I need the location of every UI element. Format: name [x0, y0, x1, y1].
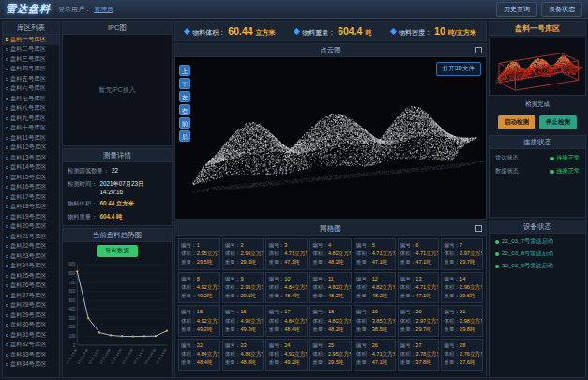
warehouse-list-item[interactable]: 盘料19号库区	[3, 212, 59, 222]
ipc-viewport: 暂无IPC接入	[63, 35, 172, 145]
warehouse-list-item[interactable]: 盘料一号库区	[3, 35, 59, 45]
grid-cell[interactable]: 编号：28体积：2.76立方米重量：27.6吨	[441, 339, 483, 371]
grid-cell-value: 4.82立方米	[328, 318, 352, 324]
grid-cell-line: 体积：4.71立方米	[356, 350, 393, 358]
warehouse-list-item[interactable]: 盘料14号库区	[3, 163, 59, 174]
grid-cell[interactable]: 编号：22体积：4.84立方米重量：48.4吨	[178, 339, 220, 371]
warehouse-list-item[interactable]: 盘料12号库区	[3, 144, 59, 154]
user-link[interactable]: 管理员	[94, 5, 113, 14]
grid-cell[interactable]: 编号：6体积：4.71立方米重量：47.1吨	[398, 238, 440, 270]
fullscreen-icon[interactable]	[475, 225, 482, 232]
device-status-button[interactable]: 设备状态	[541, 2, 582, 17]
grid-cell[interactable]: 编号：8体积：4.92立方米重量：49.2吨	[178, 272, 220, 304]
warehouse-list-item[interactable]: 盘料34号库区	[3, 360, 59, 371]
svg-text:300: 300	[68, 316, 75, 321]
warehouse-list-item[interactable]: 盘料六号库区	[3, 84, 59, 95]
export-data-button[interactable]: 导出数据	[97, 245, 138, 257]
grid-cell[interactable]: 编号：12体积：4.82立方米重量：48.2吨	[354, 272, 396, 304]
grid-cell[interactable]: 编号：9体积：2.95立方米重量：29.5吨	[222, 272, 264, 304]
warehouse-list-item[interactable]: 盘料三号库区	[3, 54, 59, 65]
fullscreen-icon[interactable]	[475, 47, 482, 53]
grid-cell-line: 体积：4.92立方米	[181, 283, 218, 292]
grid-cell[interactable]: 编号：20体积：2.97立方米重量：29.7吨	[398, 305, 440, 337]
grid-cell[interactable]: 编号：7体积：2.97立方米重量：29.7吨	[441, 238, 483, 270]
warehouse-list-item[interactable]: 盘料29号库区	[3, 311, 59, 321]
warehouse-list-item[interactable]: 盘料13号库区	[3, 153, 59, 163]
point-cloud-viewport[interactable]: 上下左右前后 打开3D文件	[175, 57, 486, 219]
warehouse-list-item[interactable]: 盘料31号库区	[3, 330, 59, 341]
warehouse-list-item[interactable]: 盘料33号库区	[3, 350, 59, 360]
grid-cell[interactable]: 编号：5体积：4.71立方米重量：47.1吨	[354, 238, 396, 270]
grid-cell[interactable]: 编号：4体积：4.82立方米重量：48.2吨	[309, 238, 352, 270]
warehouse-list-item[interactable]: 盘料23号库区	[3, 251, 59, 262]
grid-cell[interactable]: 编号：19体积：3.85立方米重量：38.5吨	[354, 305, 396, 337]
center-column: 物料体积：60.44立方米物料重量：604.4吨物料密度：10吨/立方米 点云图…	[174, 21, 487, 378]
warehouse-list-item[interactable]: 盘料32号库区	[3, 341, 59, 351]
ipc-empty-text: 暂无IPC接入	[98, 85, 136, 95]
grid-body[interactable]: 编号：1体积：2.95立方米重量：29.5吨编号：2体积：2.93立方米重量：2…	[175, 236, 486, 377]
grid-cell[interactable]: 编号：3体积：4.71立方米重量：47.1吨	[265, 238, 308, 270]
warehouse-list-item[interactable]: 盘料九号库区	[3, 114, 59, 124]
warehouse-list-item[interactable]: 盘料22号库区	[3, 242, 59, 252]
warehouse-list-item[interactable]: 盘料25号库区	[3, 271, 59, 281]
warehouse-list-item[interactable]: 盘料八号库区	[3, 104, 59, 114]
warehouse-list-item[interactable]: 盘料十号库区	[3, 124, 59, 134]
warehouse-list-item[interactable]: 盘料11号库区	[3, 133, 59, 144]
grid-cell[interactable]: 编号：11体积：4.82立方米重量：48.2吨	[309, 272, 352, 304]
grid-cell-line: 编号：4	[312, 241, 349, 250]
grid-cell-line: 编号：17	[268, 308, 305, 316]
open-3d-file-button[interactable]: 打开3D文件	[436, 62, 481, 76]
start-detect-button[interactable]: 启动检测	[498, 115, 535, 129]
grid-cell[interactable]: 编号：15体积：4.92立方米重量：49.2吨	[178, 305, 220, 337]
warehouse-list-item[interactable]: 盘料15号库区	[3, 173, 59, 183]
grid-cell-value: 29.5吨	[197, 259, 212, 265]
warehouse-list-item[interactable]: 盘料18号库区	[3, 203, 59, 213]
warehouse-list-item[interactable]: 盘料16号库区	[3, 183, 59, 193]
trend-title: 当前盘料趋势图	[63, 229, 172, 242]
grid-cell[interactable]: 编号：17体积：4.84立方米重量：48.4吨	[265, 305, 308, 337]
grid-cell-label: 体积：	[356, 351, 372, 357]
camera-view-button[interactable]: 上	[179, 65, 190, 76]
grid-cell[interactable]: 编号：10体积：4.84立方米重量：48.4吨	[265, 272, 308, 304]
connection-value: 连接正常	[550, 154, 580, 162]
grid-cell-value: 47.1吨	[372, 359, 387, 365]
ipc-title: IPC图	[63, 22, 172, 35]
warehouse-list-item[interactable]: 盘料28号库区	[3, 301, 59, 312]
warehouse-list-item[interactable]: 盘料27号库区	[3, 291, 59, 301]
warehouse-list-item[interactable]: 盘料五号库区	[3, 74, 59, 84]
history-query-button[interactable]: 历史查询	[496, 2, 537, 17]
grid-cell[interactable]: 编号：26体积：4.71立方米重量：47.1吨	[354, 339, 396, 371]
camera-view-button[interactable]: 左	[179, 91, 190, 102]
stop-detect-button[interactable]: 停止检测	[539, 115, 577, 129]
warehouse-list-item[interactable]: 盘料二号库区	[3, 45, 59, 55]
camera-view-button[interactable]: 右	[179, 104, 190, 115]
warehouse-list-item[interactable]: 盘料30号库区	[3, 321, 59, 331]
camera-view-button[interactable]: 后	[179, 130, 190, 142]
grid-cell[interactable]: 编号：1体积：2.95立方米重量：29.5吨	[178, 238, 220, 270]
grid-cell[interactable]: 编号：23体积：4.88立方米重量：48.8吨	[222, 339, 264, 371]
warehouse-list-item[interactable]: 盘料17号库区	[3, 192, 59, 203]
camera-view-button[interactable]: 前	[179, 117, 190, 129]
grid-cell[interactable]: 编号：25体积：2.95立方米重量：29.5吨	[309, 339, 352, 371]
warehouse-list-item[interactable]: 盘料21号库区	[3, 232, 59, 242]
warehouse-list-item[interactable]: 盘料20号库区	[3, 222, 59, 233]
grid-cell[interactable]: 编号：2体积：2.93立方米重量：29.3吨	[222, 238, 264, 270]
grid-cell-line: 编号：25	[312, 342, 349, 350]
grid-cell-line: 体积：4.84立方米	[268, 283, 305, 292]
grid-cell[interactable]: 编号：24体积：4.92立方米重量：49.2吨	[265, 339, 308, 371]
grid-cell[interactable]: 编号：27体积：3.78立方米重量：37.8吨	[398, 339, 440, 371]
warehouse-list-item[interactable]: 盘料七号库区	[3, 94, 59, 104]
grid-cell[interactable]: 编号：13体积：4.71立方米重量：47.1吨	[398, 272, 440, 304]
grid-cell-line: 体积：2.95立方米	[225, 283, 262, 292]
grid-cell[interactable]: 编号：14体积：2.96立方米重量：29.6吨	[441, 272, 483, 304]
camera-view-button[interactable]: 下	[179, 78, 190, 89]
warehouse-list-item[interactable]: 盘料26号库区	[3, 281, 59, 292]
warehouse-list-item[interactable]: 盘料24号库区	[3, 262, 59, 272]
grid-cell[interactable]: 编号：16体积：4.92立方米重量：49.2吨	[222, 305, 264, 337]
warehouse-list-item[interactable]: 盘料四号库区	[3, 65, 59, 75]
warehouse-bullet-icon	[6, 265, 8, 267]
grid-cell[interactable]: 编号：21体积：2.98立方米重量：29.8吨	[441, 305, 483, 337]
grid-cell-label: 体积：	[181, 251, 197, 256]
grid-cell-label: 编号：	[400, 309, 416, 314]
grid-cell[interactable]: 编号：18体积：4.82立方米重量：48.2吨	[309, 305, 352, 337]
